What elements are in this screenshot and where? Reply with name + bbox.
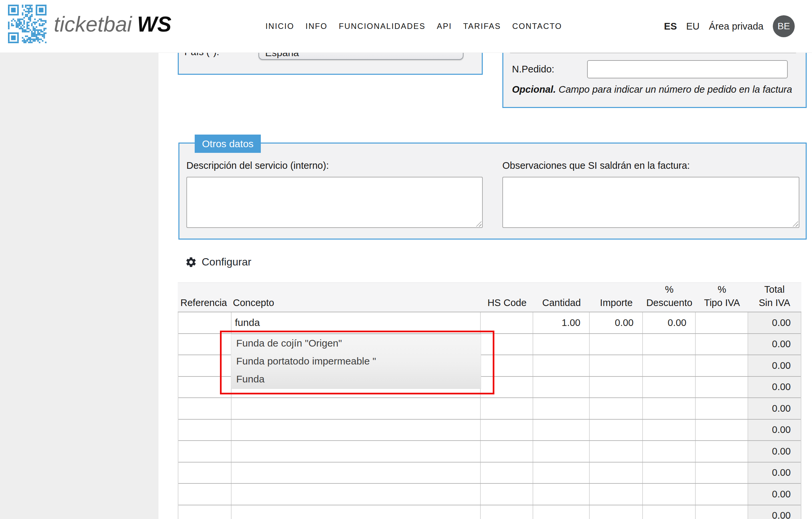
table-cell[interactable]: 0.00 [748,484,801,505]
table-cell[interactable] [232,398,481,419]
table-cell[interactable] [232,506,481,519]
column-header: %Descuento [643,283,696,312]
table-cell[interactable] [481,398,533,419]
table-row: 0.00 [178,441,801,463]
table-cell[interactable] [232,463,481,484]
annotation-red-box [220,330,494,395]
table-cell[interactable] [696,398,748,419]
table-cell[interactable] [696,506,748,519]
table-cell[interactable] [590,463,643,484]
table-cell[interactable] [481,484,533,505]
table-cell[interactable]: 0.00 [748,506,801,519]
table-cell[interactable] [643,377,696,398]
private-area-link[interactable]: Área privada [709,21,763,32]
table-cell[interactable] [590,506,643,519]
table-cell[interactable] [178,398,232,419]
table-cell[interactable] [590,484,643,505]
table-cell[interactable] [643,398,696,419]
table-cell[interactable] [178,463,232,484]
table-cell[interactable] [590,334,643,355]
table-cell[interactable] [696,334,748,355]
qr-logo[interactable] [8,5,47,43]
avatar[interactable]: BE [773,15,795,37]
table-cell[interactable] [481,420,533,440]
column-header: TotalSin IVA [748,283,801,312]
table-cell[interactable] [590,441,643,462]
lang-eu-link[interactable]: EU [686,21,699,32]
table-cell[interactable] [696,463,748,484]
service-description-label: Descripción del servicio (interno): [186,160,329,171]
table-cell[interactable] [232,484,481,505]
table-cell[interactable] [696,312,748,333]
table-cell[interactable] [643,506,696,519]
table-cell[interactable] [643,484,696,505]
table-cell[interactable]: funda [232,312,481,333]
table-cell[interactable]: 1.00 [533,312,590,333]
page: País (*): España N.Pedido: Opcional. Cam… [0,0,812,519]
table-cell[interactable] [178,484,232,505]
table-cell[interactable] [643,463,696,484]
table-cell[interactable] [481,506,533,519]
nav-link-inicio[interactable]: INICIO [265,22,294,31]
table-cell[interactable] [696,441,748,462]
nav-link-tarifas[interactable]: TARIFAS [463,22,501,31]
table-cell[interactable] [533,334,590,355]
table-cell[interactable]: 0.00 [748,463,801,484]
table-cell[interactable] [696,377,748,398]
table-cell[interactable] [533,484,590,505]
table-cell[interactable] [232,420,481,440]
table-cell[interactable] [533,377,590,398]
table-cell[interactable]: 0.00 [748,312,801,333]
table-cell[interactable] [696,420,748,440]
table-cell[interactable] [643,441,696,462]
nav-link-contacto[interactable]: CONTACTO [512,22,562,31]
table-cell[interactable]: 0.00 [748,334,801,355]
table-cell[interactable] [590,420,643,440]
brand-logo[interactable]: ticketbaiWS [54,12,171,36]
table-cell[interactable] [643,420,696,440]
table-cell[interactable] [481,441,533,462]
gear-icon [185,256,197,268]
nav-link-api[interactable]: API [437,22,452,31]
table-cell[interactable] [178,441,232,462]
table-cell[interactable] [481,312,533,333]
table-cell[interactable] [178,312,232,333]
observations-textarea[interactable] [502,177,800,228]
table-cell[interactable] [696,355,748,376]
table-cell[interactable] [533,441,590,462]
table-cell[interactable] [533,355,590,376]
observations-label: Observaciones que SI saldrán en la factu… [502,160,690,171]
table-row: 0.00 [178,420,801,441]
nav-link-funcionalidades[interactable]: FUNCIONALIDADES [339,22,426,31]
table-cell[interactable] [232,441,481,462]
table-cell[interactable] [643,334,696,355]
table-cell[interactable] [533,463,590,484]
table-cell[interactable]: 0.00 [643,312,696,333]
nav-link-info[interactable]: INFO [306,22,327,31]
table-cell[interactable]: 0.00 [748,420,801,440]
configure-button[interactable]: Configurar [185,256,251,268]
table-cell[interactable] [533,398,590,419]
table-cell[interactable] [590,377,643,398]
table-cell[interactable]: 0.00 [748,441,801,462]
service-description-textarea[interactable] [186,177,483,228]
otros-datos-badge: Otros datos [195,135,261,153]
table-cell[interactable]: 0.00 [748,377,801,398]
table-cell[interactable]: 0.00 [748,398,801,419]
table-cell[interactable] [178,420,232,440]
table-cell[interactable] [643,355,696,376]
table-cell[interactable]: 0.00 [590,312,643,333]
order-note-rest: Campo para indicar un número de pedido e… [556,84,792,95]
table-cell[interactable] [533,506,590,519]
left-gutter [0,53,158,519]
table-cell[interactable] [696,484,748,505]
order-number-input[interactable] [587,60,788,79]
table-cell[interactable] [481,463,533,484]
table-cell[interactable] [178,506,232,519]
table-cell[interactable] [590,398,643,419]
order-note-bold: Opcional. [512,84,556,95]
lang-es-link[interactable]: ES [664,21,677,32]
table-cell[interactable]: 0.00 [748,355,801,376]
table-cell[interactable] [590,355,643,376]
table-cell[interactable] [533,420,590,440]
